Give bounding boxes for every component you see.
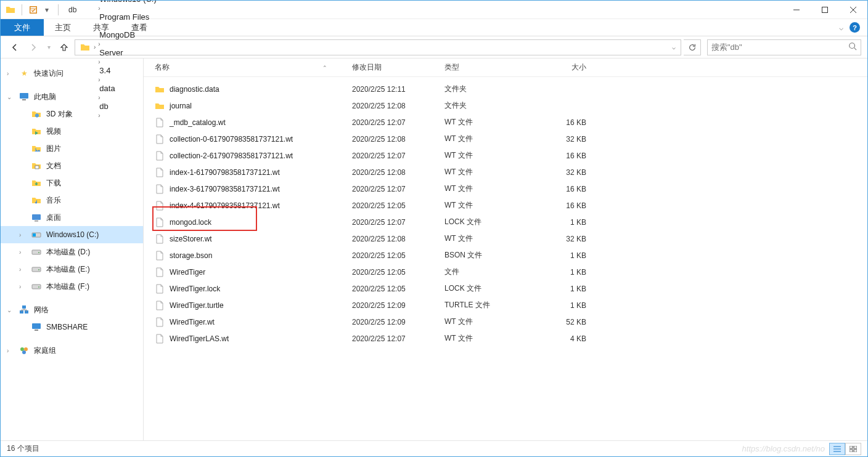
file-size: 16 KB [537, 185, 592, 193]
chevron-right-icon[interactable]: › [19, 249, 27, 256]
search-box[interactable] [707, 39, 861, 55]
file-row[interactable]: WiredTiger.wt2020/2/25 12:09WT 文件52 KB [144, 313, 867, 330]
file-icon [155, 217, 165, 227]
file-row[interactable]: WiredTiger2020/2/25 12:05文件1 KB [144, 264, 867, 280]
address-dropdown-icon[interactable]: ⌵ [672, 44, 676, 51]
file-name: WiredTiger.turtle [170, 301, 224, 310]
sidebar-item-label: 下载 [46, 178, 61, 188]
svg-point-22 [20, 347, 24, 351]
breadcrumb-segment[interactable]: MongoDB [97, 30, 158, 39]
maximize-button[interactable] [811, 1, 839, 19]
file-date: 2020/2/25 12:09 [352, 318, 444, 326]
file-name: sizeStorer.wt [170, 235, 212, 243]
chevron-right-icon[interactable]: › [19, 266, 27, 273]
col-header-name[interactable]: 名称 ⌃ [155, 62, 352, 73]
drive-icon [31, 264, 41, 274]
file-row[interactable]: WiredTigerLAS.wt2020/2/25 12:07WT 文件4 KB [144, 330, 867, 347]
file-icon [155, 334, 165, 344]
file-row[interactable]: index-3-617907983581737121.wt2020/2/25 1… [144, 180, 867, 197]
sidebar-item[interactable]: 3D 对象 [1, 105, 143, 123]
view-details-button[interactable] [829, 443, 845, 455]
file-name: journal [170, 102, 192, 110]
file-row[interactable]: index-1-617907983581737121.wt2020/2/25 1… [144, 164, 867, 180]
sidebar-item[interactable]: 文档 [1, 157, 143, 174]
file-row[interactable]: sizeStorer.wt2020/2/25 12:08WT 文件32 KB [144, 230, 867, 247]
view-thumbnails-button[interactable] [845, 443, 861, 455]
star-icon: ★ [19, 68, 29, 78]
sidebar-homegroup[interactable]: › 家庭组 [1, 342, 143, 359]
file-row[interactable]: storage.bson2020/2/25 12:05BSON 文件1 KB [144, 247, 867, 264]
chevron-down-icon[interactable]: ⌄ [7, 94, 14, 100]
back-button[interactable] [7, 39, 23, 55]
help-icon[interactable]: ? [850, 22, 860, 33]
file-list-pane: 名称 ⌃ 修改日期 类型 大小 diagnostic.data2020/2/25… [144, 59, 867, 440]
forward-button[interactable] [25, 39, 41, 55]
sidebar-item[interactable]: ›本地磁盘 (E:) [1, 261, 143, 278]
search-input[interactable] [711, 42, 848, 52]
chevron-right-icon[interactable]: › [19, 232, 27, 238]
refresh-button[interactable] [684, 39, 701, 55]
drive-icon [31, 230, 41, 240]
file-row[interactable]: index-4-617907983581737121.wt2020/2/25 1… [144, 197, 867, 214]
svg-rect-26 [854, 446, 857, 448]
chevron-right-icon[interactable]: › [97, 5, 101, 12]
chevron-right-icon[interactable]: › [7, 347, 14, 354]
chevron-down-icon[interactable]: ⌄ [7, 307, 14, 313]
file-row[interactable]: _mdb_catalog.wt2020/2/25 12:07WT 文件16 KB [144, 114, 867, 131]
qat-properties-icon[interactable] [28, 5, 38, 15]
chevron-right-icon[interactable]: › [97, 23, 101, 30]
col-header-date[interactable]: 修改日期 [352, 62, 444, 73]
file-icon [155, 267, 165, 277]
file-row[interactable]: diagnostic.data2020/2/25 12:11文件夹 [144, 81, 867, 97]
tab-home[interactable]: 主页 [44, 19, 82, 36]
up-button[interactable] [56, 39, 72, 55]
search-icon[interactable] [848, 42, 857, 52]
file-row[interactable]: mongod.lock2020/2/25 12:07LOCK 文件1 KB [144, 214, 867, 230]
file-type: WT 文件 [444, 317, 537, 327]
breadcrumb[interactable]: › 此电脑›Windows10 (C:)›Program Files›Mongo… [75, 39, 681, 55]
sidebar-this-pc[interactable]: ⌄ 此电脑 [1, 88, 143, 105]
sidebar-network[interactable]: ⌄ 网络 [1, 301, 143, 318]
file-type: 文件夹 [444, 100, 537, 111]
sidebar-item[interactable]: 桌面 [1, 209, 143, 226]
sidebar-item-label: Windows10 (C:) [46, 230, 99, 239]
file-row[interactable]: collection-0-617907983581737121.wt2020/2… [144, 131, 867, 147]
sidebar-item[interactable]: ›本地磁盘 (F:) [1, 278, 143, 295]
col-header-size[interactable]: 大小 [537, 62, 592, 73]
file-type: WT 文件 [444, 117, 537, 127]
app-folder-icon [6, 5, 15, 15]
file-row[interactable]: collection-2-617907983581737121.wt2020/2… [144, 147, 867, 164]
sidebar-item[interactable]: 音乐 [1, 192, 143, 209]
sidebar-item[interactable]: 下载 [1, 174, 143, 192]
qat-dropdown-icon[interactable]: ▾ [42, 5, 52, 15]
chevron-right-icon[interactable]: › [19, 283, 27, 290]
file-row[interactable]: WiredTiger.lock2020/2/25 12:05LOCK 文件1 K… [144, 280, 867, 297]
tab-file[interactable]: 文件 [1, 19, 44, 36]
sidebar-item[interactable]: ›本地磁盘 (D:) [1, 243, 143, 261]
sidebar-item[interactable]: SMBSHARE [1, 318, 143, 336]
status-bar: 16 个项目 https://blog.csdn.net/no [1, 440, 867, 456]
sidebar-item[interactable]: ›Windows10 (C:) [1, 226, 143, 243]
file-icon [155, 151, 165, 161]
breadcrumb-segment[interactable]: Windows10 (C:) [97, 0, 158, 4]
chevron-right-icon[interactable]: › [92, 44, 97, 51]
minimize-button[interactable] [782, 1, 811, 19]
ribbon-expand-icon[interactable]: ⌵ [839, 23, 843, 32]
file-row[interactable]: WiredTiger.turtle2020/2/25 12:09TURTLE 文… [144, 297, 867, 313]
chevron-right-icon[interactable]: › [97, 41, 101, 47]
sidebar-item[interactable]: 视频 [1, 123, 143, 140]
breadcrumb-segment[interactable]: Program Files [97, 12, 158, 22]
recent-dropdown-icon[interactable]: ▾ [44, 39, 54, 55]
col-header-type[interactable]: 类型 [444, 62, 537, 73]
file-name: collection-2-617907983581737121.wt [170, 152, 293, 160]
breadcrumb-segment[interactable]: Server [97, 48, 158, 57]
file-type: TURTLE 文件 [444, 300, 537, 310]
close-button[interactable] [839, 1, 867, 19]
file-type: WT 文件 [444, 233, 537, 244]
chevron-right-icon[interactable]: › [7, 70, 14, 77]
pc-icon [19, 92, 29, 102]
file-row[interactable]: journal2020/2/25 12:08文件夹 [144, 97, 867, 114]
sidebar-quick-access[interactable]: › ★ 快速访问 [1, 65, 143, 82]
svg-rect-6 [35, 166, 39, 169]
sidebar-item[interactable]: 图片 [1, 140, 143, 157]
